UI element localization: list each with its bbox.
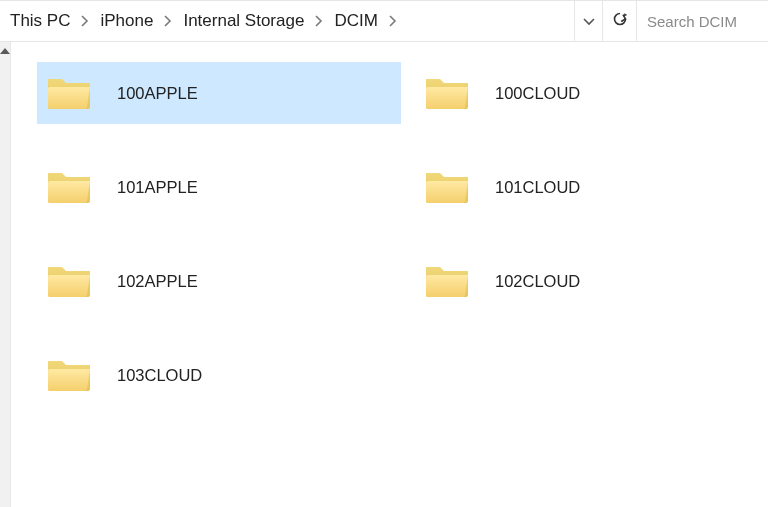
- folder-item[interactable]: 102APPLE: [37, 250, 401, 312]
- folder-label: 102CLOUD: [495, 272, 580, 291]
- folder-label: 100APPLE: [117, 84, 198, 103]
- folder-icon: [45, 69, 93, 117]
- folder-icon: [45, 163, 93, 211]
- folder-label: 101APPLE: [117, 178, 198, 197]
- chevron-down-icon: [583, 12, 595, 30]
- scroll-up-arrow-icon[interactable]: [0, 42, 10, 60]
- chevron-right-icon[interactable]: [76, 1, 94, 41]
- folder-label: 100CLOUD: [495, 84, 580, 103]
- search-input[interactable]: [637, 1, 768, 41]
- vertical-scrollbar[interactable]: [0, 42, 11, 507]
- breadcrumb-label: Internal Storage: [183, 11, 304, 31]
- folder-item[interactable]: 101CLOUD: [415, 156, 768, 218]
- folder-item[interactable]: 100APPLE: [37, 62, 401, 124]
- svg-marker-0: [624, 13, 627, 16]
- breadcrumb-item-dcim[interactable]: DCIM: [328, 1, 383, 41]
- breadcrumb: This PC iPhone Internal Storage DCIM: [0, 1, 574, 41]
- folder-row: 100APPLE 100CLOUD: [37, 62, 768, 124]
- breadcrumb-label: DCIM: [334, 11, 377, 31]
- folder-label: 103CLOUD: [117, 366, 202, 385]
- history-dropdown-button[interactable]: [574, 1, 602, 41]
- explorer-body: 100APPLE 100CLOUD 10: [0, 42, 768, 507]
- folder-icon: [423, 163, 471, 211]
- folder-item[interactable]: 100CLOUD: [415, 62, 768, 124]
- chevron-right-icon[interactable]: [384, 1, 402, 41]
- refresh-icon: [612, 11, 628, 31]
- breadcrumb-item-iphone[interactable]: iPhone: [94, 1, 159, 41]
- folder-item[interactable]: 101APPLE: [37, 156, 401, 218]
- folder-icon: [423, 69, 471, 117]
- chevron-right-icon[interactable]: [159, 1, 177, 41]
- folder-list: 100APPLE 100CLOUD 10: [11, 42, 768, 507]
- breadcrumb-label: This PC: [10, 11, 70, 31]
- search-box: [636, 1, 768, 41]
- explorer-window: This PC iPhone Internal Storage DCIM: [0, 0, 768, 507]
- folder-item[interactable]: 102CLOUD: [415, 250, 768, 312]
- refresh-button[interactable]: [602, 1, 636, 41]
- address-bar: This PC iPhone Internal Storage DCIM: [0, 0, 768, 42]
- folder-icon: [45, 351, 93, 399]
- breadcrumb-item-this-pc[interactable]: This PC: [4, 1, 76, 41]
- folder-row: 103CLOUD: [37, 344, 768, 406]
- folder-label: 101CLOUD: [495, 178, 580, 197]
- breadcrumb-label: iPhone: [100, 11, 153, 31]
- breadcrumb-item-internal-storage[interactable]: Internal Storage: [177, 1, 310, 41]
- folder-row: 102APPLE 102CLOUD: [37, 250, 768, 312]
- chevron-right-icon[interactable]: [310, 1, 328, 41]
- folder-item[interactable]: 103CLOUD: [37, 344, 401, 406]
- folder-row: 101APPLE 101CLOUD: [37, 156, 768, 218]
- scroll-track[interactable]: [0, 60, 10, 507]
- folder-icon: [45, 257, 93, 305]
- folder-label: 102APPLE: [117, 272, 198, 291]
- folder-icon: [423, 257, 471, 305]
